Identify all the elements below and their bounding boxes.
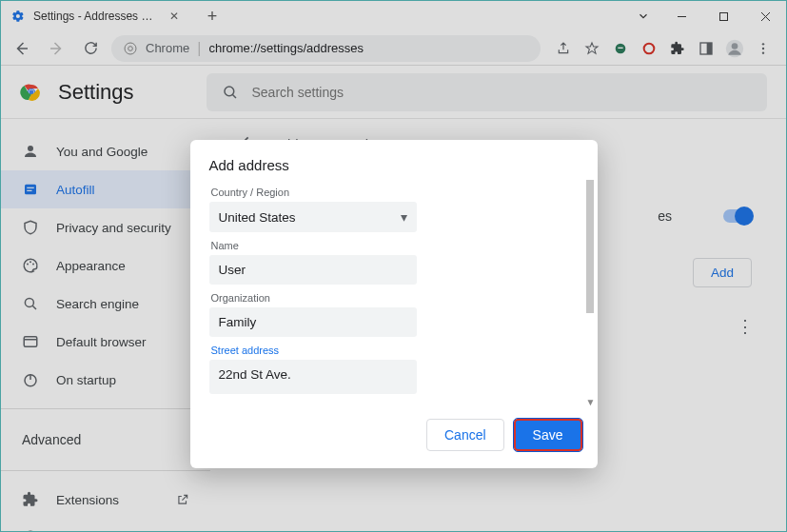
- dialog-actions: Cancel Save: [190, 407, 598, 468]
- organization-label: Organization: [211, 292, 579, 304]
- save-button[interactable]: Save: [514, 419, 582, 451]
- add-address-dialog: Add address Country / Region United Stat…: [190, 140, 598, 468]
- name-input[interactable]: [209, 255, 417, 285]
- dialog-title: Add address: [209, 157, 579, 173]
- scrollbar-thumb[interactable]: [586, 180, 594, 313]
- street-address-input[interactable]: [209, 360, 417, 394]
- country-label: Country / Region: [211, 187, 579, 198]
- organization-input[interactable]: [209, 307, 417, 337]
- chevron-down-icon: ▾: [401, 209, 407, 225]
- dialog-scrollbar[interactable]: ▼: [584, 180, 598, 407]
- name-label: Name: [211, 240, 579, 251]
- street-address-label: Street address: [211, 345, 579, 356]
- country-select[interactable]: United States ▾: [209, 202, 417, 232]
- scroll-down-icon[interactable]: ▼: [586, 397, 596, 407]
- cancel-button[interactable]: Cancel: [426, 419, 504, 451]
- country-value: United States: [219, 210, 296, 225]
